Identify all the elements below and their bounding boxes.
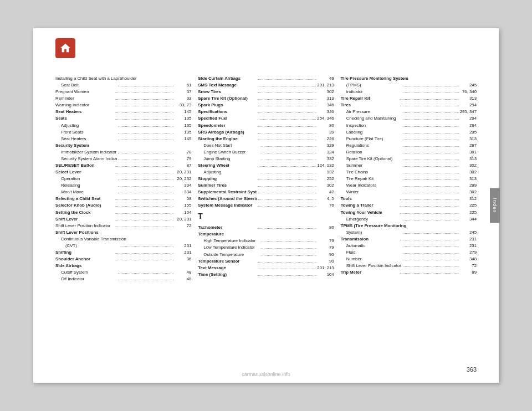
- list-item: Seat Heaters145: [55, 136, 191, 142]
- entry-dots: [403, 140, 459, 140]
- entry-label: Tachometer: [198, 224, 257, 231]
- entry-label: Switches (Around the Steering Wheel): [198, 196, 257, 202]
- list-item: Shifting231: [55, 249, 191, 256]
- entry-dots: [115, 253, 174, 254]
- entry-dots: [403, 193, 459, 193]
- list-item: Towing Your Vehicle225: [341, 209, 477, 216]
- entry-page: 90: [318, 258, 334, 265]
- list-item: Cutoff System48: [55, 269, 191, 276]
- entry-label: Towing Your Vehicle: [341, 209, 400, 216]
- list-item: Warning Indicator33, 73: [55, 102, 191, 109]
- entry-label: Summer: [341, 162, 402, 169]
- list-item: Supplemental Restraint System (SRS)42: [198, 189, 334, 196]
- entry-label: Security System Alarm Indicator: [55, 156, 117, 162]
- list-item: Starting the Engine226: [198, 136, 334, 142]
- list-item: Spare Tire Kit (Optional)313: [341, 156, 477, 162]
- entry-page: 201, 213: [317, 265, 334, 271]
- entry-page: 329: [318, 142, 334, 149]
- entry-dots: [258, 86, 316, 86]
- list-item: Text Message201, 213: [198, 265, 334, 271]
- entry-dots: [403, 133, 459, 133]
- entry-label: (TPMS): [341, 82, 402, 89]
- index-header: TPMS (Tire Pressure Monitoring: [341, 223, 477, 229]
- list-item: Time (Setting)104: [198, 271, 334, 278]
- list-item: Shift Lever20, 231: [55, 216, 191, 223]
- list-item: (CVT)231: [55, 243, 191, 249]
- list-item: Adjusting135: [55, 122, 191, 129]
- list-item: Transmission231: [341, 236, 477, 243]
- entry-label: Won't Move: [55, 189, 117, 196]
- entry-dots: [403, 126, 459, 127]
- index-header: Temperature: [198, 231, 334, 238]
- entry-label: Spare Tire Kit (Optional): [198, 95, 257, 102]
- entry-page: 48: [175, 269, 191, 276]
- entry-page: 245: [460, 229, 477, 236]
- list-item: Pregnant Women37: [55, 89, 191, 95]
- entry-page: 231: [460, 236, 477, 243]
- watermark: carmanualsonline.info: [242, 372, 290, 377]
- entry-dots: [403, 266, 459, 267]
- entry-page: 252: [318, 176, 334, 182]
- entry-dots: [118, 273, 174, 274]
- entry-dots: [260, 153, 316, 153]
- entry-label: Adjusting: [55, 122, 117, 129]
- list-item: Switches (Around the Steering Wheel)4, 5: [198, 196, 334, 202]
- entry-label: Speedometer: [198, 122, 257, 129]
- index-tab: Index: [490, 188, 500, 223]
- entry-label: Seat Belt: [55, 82, 117, 89]
- entry-page: 79: [175, 156, 191, 162]
- home-button[interactable]: [55, 38, 75, 58]
- entry-label: Winter: [341, 189, 402, 196]
- entry-dots: [115, 173, 174, 173]
- list-item: High Temperature Indicator79: [198, 238, 334, 244]
- entry-label: Emergency: [341, 216, 402, 223]
- list-item: Selecting a Child Seat58: [55, 196, 191, 202]
- entry-label: Cutoff System: [55, 269, 117, 276]
- entry-dots: [260, 160, 316, 160]
- entry-label: Outside Temperature: [198, 251, 259, 258]
- entry-page: 297: [460, 142, 477, 149]
- entry-page: 225: [460, 209, 477, 216]
- entry-label: Shifting: [55, 249, 114, 256]
- list-item: Indicator76, 340: [341, 89, 477, 95]
- entry-label: Time (Setting): [198, 271, 257, 278]
- entry-dots: [403, 233, 459, 234]
- entry-page: 135: [175, 122, 191, 129]
- entry-dots: [118, 140, 174, 140]
- entry-page: 313: [318, 95, 334, 102]
- entry-dots: [403, 146, 459, 147]
- entry-label: Tire Chains: [341, 169, 402, 176]
- entry-page: 72: [175, 223, 191, 229]
- entry-dots: [115, 220, 174, 220]
- entry-dots: [118, 179, 174, 180]
- entry-page: 72: [460, 263, 477, 269]
- list-item: Puncture (Flat Tire)313: [341, 136, 477, 142]
- list-item: Rotation301: [341, 149, 477, 156]
- list-item: Does Not Start329: [198, 142, 334, 149]
- list-item: Seat Belt61: [55, 82, 191, 89]
- entry-page: 279: [460, 249, 477, 256]
- entry-dots: [118, 153, 174, 153]
- entry-dots: [115, 112, 174, 113]
- entry-label: Text Message: [198, 265, 256, 271]
- entry-label: Summer Tires: [198, 182, 257, 189]
- index-header: Side Airbags: [55, 263, 191, 269]
- entry-dots: [258, 199, 316, 200]
- entry-page: 294: [460, 122, 477, 129]
- entry-dots: [115, 206, 174, 207]
- entry-label: Number: [341, 256, 402, 263]
- entry-dots: [400, 240, 459, 240]
- entry-dots: [400, 213, 459, 214]
- list-item: Off Indicator48: [55, 276, 191, 282]
- entry-page: 78: [175, 149, 191, 156]
- entry-dots: [115, 166, 174, 167]
- page-container: Index Installing a Child Seat with a Lap…: [33, 28, 499, 383]
- entry-page: 33: [175, 95, 191, 102]
- entry-dots: [118, 280, 174, 280]
- column-2: Side Curtain Airbags49SMS Text Message20…: [198, 75, 340, 282]
- list-item: Security System Alarm Indicator79: [55, 156, 191, 162]
- entry-dots: [400, 99, 459, 100]
- entry-dots: [115, 106, 174, 106]
- entry-label: Jump Starting: [198, 156, 259, 162]
- list-item: Snow Tires302: [198, 89, 334, 95]
